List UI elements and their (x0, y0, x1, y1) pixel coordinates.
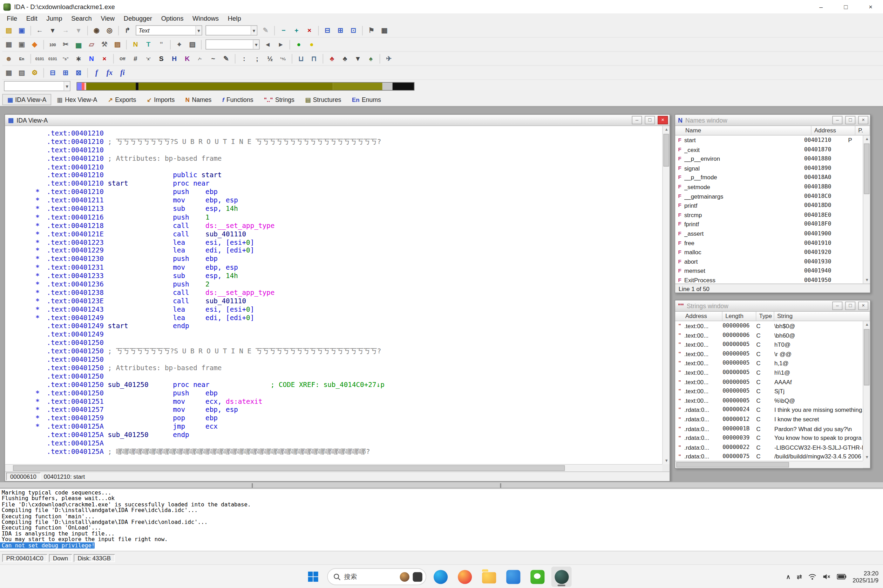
scroll-thumb[interactable] (864, 144, 869, 194)
disasm-line[interactable]: .text:00401250 (5, 339, 662, 347)
maximize-icon[interactable]: □ (845, 116, 855, 124)
minimize-icon[interactable]: – (832, 302, 842, 310)
disasm-line[interactable]: *.text:00401210 push ebp (5, 188, 662, 196)
menu-view[interactable]: View (96, 15, 119, 22)
output-line[interactable]: Can not set debug privilege! (2, 543, 883, 548)
names-column-headers[interactable]: NameAddressP. (675, 126, 870, 135)
strings-row[interactable]: ".text:00...00000005Ch,1@ (675, 358, 863, 368)
close-button[interactable]: × (858, 0, 883, 14)
maximize-icon[interactable]: □ (845, 302, 855, 310)
disasm-line[interactable]: .text:00401210 ; Attributes: bp-based fr… (5, 154, 662, 163)
doc-next-icon[interactable]: ▸ (275, 39, 287, 50)
names-titlebar[interactable]: N Names window – □ × (675, 115, 870, 126)
names-row[interactable]: F__p__environ00401880 (675, 154, 863, 164)
plane-icon[interactable]: ✈ (383, 53, 395, 64)
navband-segment[interactable] (138, 82, 332, 90)
strings-row[interactable]: ".text:00...00000005CAAAAf (675, 377, 863, 387)
scissors-icon[interactable]: ✂ (60, 39, 72, 50)
function-f-icon[interactable]: f (91, 67, 103, 78)
battery-icon[interactable] (837, 574, 846, 580)
navband-segment[interactable] (86, 82, 135, 90)
scroll-up-icon[interactable]: ▲ (863, 321, 871, 328)
comment-pencil-icon[interactable]: ✎ (220, 53, 232, 64)
tab-exports[interactable]: ↗Exports (103, 94, 141, 105)
network-icon[interactable]: ⇄ (797, 573, 802, 580)
stack-down-icon[interactable]: ⊓ (308, 53, 320, 64)
disasm-line[interactable]: .text:0040125A (5, 440, 662, 448)
windows-tile-icon[interactable]: ⊞ (334, 25, 346, 36)
disasm-line[interactable]: .text:00401210 (5, 146, 662, 154)
flag-icon[interactable]: ⚑ (366, 25, 378, 36)
navband-segment[interactable] (393, 82, 414, 90)
search-input[interactable]: 搜索 (327, 568, 426, 585)
tab-ida-view-a[interactable]: ▦IDA View-A (2, 94, 51, 105)
output-line[interactable]: Executing function 'OnLoad'... (2, 525, 883, 531)
strings-row[interactable]: ".text:00...00000005C\r @@ (675, 349, 863, 358)
strings-row[interactable]: ".text:00...00000005Ch\\1@ (675, 368, 863, 378)
close-icon[interactable]: × (858, 116, 868, 124)
tree-green-icon[interactable]: ♠ (365, 53, 377, 64)
image-icon[interactable]: ▣ (16, 39, 28, 50)
undefine-icon[interactable]: × (98, 53, 110, 64)
names-row[interactable]: F_cexit00401870 (675, 145, 863, 154)
minimize-icon[interactable]: – (832, 116, 842, 124)
menu-search[interactable]: Search (66, 15, 96, 22)
output-line[interactable]: Marking typical code sequences... (2, 490, 883, 496)
tray-clock[interactable]: 23:20 2025/11/9 (853, 570, 878, 584)
search-binoculars-icon[interactable]: ◉ (91, 25, 103, 36)
output-window[interactable]: Marking typical code sequences...Flushin… (0, 488, 883, 550)
navband-segment[interactable] (81, 82, 84, 90)
disasm-line[interactable]: *.text:00401236 push 2 (5, 280, 662, 289)
column-header-name[interactable]: Name (675, 126, 811, 135)
function-fx-icon[interactable]: fx (104, 67, 116, 78)
disasm-line[interactable]: .text:00401250 (5, 356, 662, 364)
disasm-line[interactable]: *.text:00401249 lea edi, [edi+0] (5, 314, 662, 322)
search-target-icon[interactable]: ⌖ (173, 39, 185, 50)
disasm-line[interactable]: .text:00401210 ; 丂丂丂丂丂丂丂丂?S U B R O U T … (5, 138, 662, 146)
grid-view-icon[interactable]: ▦ (379, 25, 391, 36)
output-line[interactable]: Compiling file 'D:\install\andgate\IDA F… (2, 519, 883, 525)
win-tile-v-icon[interactable]: ⊠ (72, 67, 84, 78)
make-array-icon[interactable]: ∗ (72, 53, 84, 64)
number-icon[interactable]: # (129, 53, 141, 64)
disasm-vscrollbar[interactable]: ▲ ▼ (662, 126, 669, 464)
strings-vscrollbar[interactable]: ▲ ▼ (863, 321, 870, 460)
minimize-icon[interactable]: – (632, 116, 642, 124)
strings-row[interactable]: ".text:00...00000005C%\bQ@ (675, 396, 863, 405)
wifi-icon[interactable] (808, 573, 817, 580)
strings-row[interactable]: ".rdata:0...00000039CYou know how to spe… (675, 433, 863, 442)
open-file-icon[interactable]: ▨ (3, 25, 15, 36)
encoding-en-icon[interactable]: En (16, 53, 28, 64)
disasm-line[interactable]: .text:00401250 ; Attributes: bp-based fr… (5, 364, 662, 372)
disasm-line[interactable]: *.text:00401233 sub esp, 14h (5, 272, 662, 280)
disasm-line[interactable]: .text:00401250 sub_401250 proc near ; CO… (5, 381, 662, 389)
close-view-icon[interactable]: × (304, 25, 316, 36)
hex-100-icon[interactable]: 100 (47, 39, 59, 50)
strings-row[interactable]: ".text:00...00000005CSjTj (675, 387, 863, 396)
tab-strings[interactable]: ".."Strings (259, 94, 300, 105)
column-header-string[interactable]: String (774, 312, 870, 321)
close-icon[interactable]: × (858, 302, 868, 310)
collapse-icon[interactable]: − (278, 25, 290, 36)
windows-cascade-icon[interactable]: ⊟ (322, 25, 333, 36)
scroll-thumb[interactable] (13, 465, 565, 471)
menu-edit[interactable]: Edit (22, 15, 42, 22)
scroll-up-icon[interactable]: ▲ (663, 126, 670, 133)
splitter-handle[interactable] (500, 483, 501, 488)
column-header-length[interactable]: Length (722, 312, 756, 321)
disasm-line[interactable]: .text:00401210 start proc near (5, 180, 662, 188)
search-camera-icon[interactable] (413, 572, 423, 581)
disasm-line[interactable]: *.text:00401238 call ds:__set_app_type (5, 289, 662, 297)
wechat-icon[interactable] (527, 567, 548, 587)
volume-icon[interactable] (823, 573, 830, 580)
forward-icon[interactable]: → (60, 25, 72, 36)
disasm-line[interactable]: *.text:0040123E call sub_401110 (5, 297, 662, 305)
strings-titlebar[interactable]: "" Strings window – □ × (675, 300, 870, 312)
search-text-combo[interactable]: ▾ (205, 25, 257, 35)
column-header-address[interactable]: Address (675, 312, 722, 321)
names-row[interactable]: Fstart00401210P (675, 135, 863, 145)
names-row[interactable]: F_assert00401900 (675, 229, 863, 238)
name-combo[interactable]: ▾ (205, 39, 259, 50)
scroll-up-icon[interactable]: ▲ (863, 135, 871, 142)
make-code-icon[interactable]: 0101 (34, 53, 45, 64)
